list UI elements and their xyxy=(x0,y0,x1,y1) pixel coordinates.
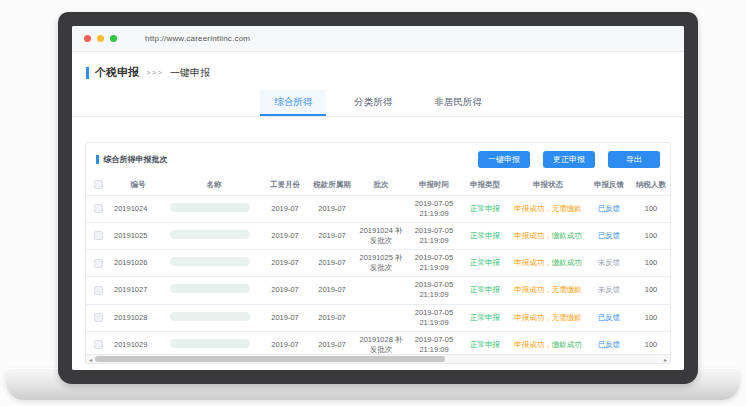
scrollbar-thumb[interactable] xyxy=(95,356,445,362)
table-body: 20191024 2019-07 2019-07 2019-07-05 21:1… xyxy=(86,195,670,364)
traffic-light-minimize-icon[interactable] xyxy=(97,35,104,42)
column-header: 名称 xyxy=(166,175,262,195)
cell-taxpayer-count: 100 xyxy=(630,195,670,222)
cell-batch: 20191024 补发批次 xyxy=(356,222,406,249)
row-checkbox[interactable] xyxy=(94,204,103,213)
cell-declare-type: 正常申报 xyxy=(462,222,508,249)
cell-batch: 20191025 补发批次 xyxy=(356,250,406,277)
page-content: 个税申报 >>> 一键申报 综合所得 分类所得 非居民所得 综合所得申报批次 xyxy=(72,52,684,370)
cell-declare-time: 2019-07-05 21:19:09 xyxy=(406,195,462,222)
cell-tax-period: 2019-07 xyxy=(308,195,356,222)
row-checkbox[interactable] xyxy=(94,259,103,268)
cell-declare-type: 正常申报 xyxy=(462,277,508,304)
column-header: 编号 xyxy=(110,175,166,195)
column-header: 申报时间 xyxy=(406,175,462,195)
cell-declare-type: 正常申报 xyxy=(462,195,508,222)
cell-declare-status: 申报成功，缴款成功 xyxy=(508,250,588,277)
tab-classified-income[interactable]: 分类所得 xyxy=(340,90,406,116)
cell-tax-period: 2019-07 xyxy=(308,222,356,249)
cell-feedback: 已反馈 xyxy=(588,304,630,331)
redacted-name-pill xyxy=(170,230,250,239)
cell-batch-id: 20191024 xyxy=(110,195,166,222)
redacted-name-pill xyxy=(170,257,250,266)
cell-declare-type: 正常申报 xyxy=(462,250,508,277)
stage: http://www.careerintlinc.com 个税申报 >>> 一键… xyxy=(0,0,746,406)
panel-accent-bar xyxy=(96,155,99,164)
browser-window: http://www.careerintlinc.com 个税申报 >>> 一键… xyxy=(72,26,684,370)
cell-declare-time: 2019-07-05 21:19:09 xyxy=(406,277,462,304)
correct-declare-button[interactable]: 更正申报 xyxy=(543,151,595,168)
column-header: 批次 xyxy=(356,175,406,195)
table-row: 20191026 2019-07 2019-07 20191025 补发批次 2… xyxy=(86,250,670,277)
browser-toolbar: http://www.careerintlinc.com xyxy=(72,26,684,52)
cell-declare-type: 正常申报 xyxy=(462,304,508,331)
redacted-name-pill xyxy=(170,284,250,293)
cell-taxpayer-count: 100 xyxy=(630,222,670,249)
column-header: 税款所属期 xyxy=(308,175,356,195)
select-all-checkbox[interactable] xyxy=(94,180,103,189)
one-click-declare-button[interactable]: 一键申报 xyxy=(478,151,530,168)
page-subtitle: 一键申报 xyxy=(170,66,210,80)
column-header: 工资月份 xyxy=(262,175,308,195)
cell-batch-id: 20191025 xyxy=(110,222,166,249)
header-checkbox-cell xyxy=(86,175,110,195)
cell-feedback: 未反馈 xyxy=(588,277,630,304)
cell-batch-id: 20191026 xyxy=(110,250,166,277)
cell-name xyxy=(166,222,262,249)
traffic-light-zoom-icon[interactable] xyxy=(110,35,117,42)
cell-declare-status: 申报成功，缴款成功 xyxy=(508,222,588,249)
title-accent-bar xyxy=(86,67,89,79)
redacted-name-pill xyxy=(170,339,250,348)
cell-batch xyxy=(356,304,406,331)
horizontal-scrollbar[interactable]: ◂ ▸ xyxy=(86,354,670,363)
cell-taxpayer-count: 100 xyxy=(630,304,670,331)
redacted-name-pill xyxy=(170,203,250,212)
cell-tax-period: 2019-07 xyxy=(308,250,356,277)
table-row: 20191025 2019-07 2019-07 20191024 补发批次 2… xyxy=(86,222,670,249)
tab-comprehensive-income[interactable]: 综合所得 xyxy=(260,90,326,116)
cell-tax-period: 2019-07 xyxy=(308,304,356,331)
row-checkbox[interactable] xyxy=(94,340,103,349)
cell-salary-month: 2019-07 xyxy=(262,250,308,277)
cell-name xyxy=(166,250,262,277)
cell-declare-time: 2019-07-05 21:19:09 xyxy=(406,304,462,331)
batch-table: 编号名称工资月份税款所属期批次申报时间申报类型申报状态申报反馈纳税人数 2019… xyxy=(86,175,670,364)
cell-declare-time: 2019-07-05 21:19:09 xyxy=(406,222,462,249)
cell-taxpayer-count: 100 xyxy=(630,250,670,277)
cell-batch-id: 20191027 xyxy=(110,277,166,304)
row-checkbox[interactable] xyxy=(94,231,103,240)
breadcrumb-separator: >>> xyxy=(146,68,163,77)
table-row: 20191027 2019-07 2019-07 2019-07-05 21:1… xyxy=(86,277,670,304)
cell-declare-status: 申报成功，无需缴款 xyxy=(508,304,588,331)
table-header-row: 编号名称工资月份税款所属期批次申报时间申报类型申报状态申报反馈纳税人数 xyxy=(86,175,670,195)
tab-bar: 综合所得 分类所得 非居民所得 xyxy=(72,90,684,117)
cell-salary-month: 2019-07 xyxy=(262,195,308,222)
row-checkbox[interactable] xyxy=(94,313,103,322)
cell-salary-month: 2019-07 xyxy=(262,304,308,331)
cell-feedback: 已反馈 xyxy=(588,222,630,249)
batch-panel: 综合所得申报批次 一键申报 更正申报 导出 xyxy=(85,142,671,364)
traffic-light-close-icon[interactable] xyxy=(84,35,91,42)
cell-tax-period: 2019-07 xyxy=(308,277,356,304)
cell-declare-status: 申报成功，无需缴款 xyxy=(508,277,588,304)
cell-feedback: 已反馈 xyxy=(588,195,630,222)
table-row: 20191024 2019-07 2019-07 2019-07-05 21:1… xyxy=(86,195,670,222)
cell-batch xyxy=(356,277,406,304)
column-header: 申报类型 xyxy=(462,175,508,195)
breadcrumb: 个税申报 >>> 一键申报 xyxy=(72,52,684,86)
url-text[interactable]: http://www.careerintlinc.com xyxy=(145,34,250,43)
redacted-name-pill xyxy=(170,312,250,321)
scrollbar-right-arrow-icon[interactable]: ▸ xyxy=(661,355,670,363)
row-checkbox[interactable] xyxy=(94,286,103,295)
cell-taxpayer-count: 100 xyxy=(630,277,670,304)
cell-feedback: 未反馈 xyxy=(588,250,630,277)
export-button[interactable]: 导出 xyxy=(608,151,660,168)
panel-header: 综合所得申报批次 一键申报 更正申报 导出 xyxy=(86,143,670,175)
cell-name xyxy=(166,277,262,304)
cell-declare-time: 2019-07-05 21:19:09 xyxy=(406,250,462,277)
tab-nonresident-income[interactable]: 非居民所得 xyxy=(420,90,496,116)
table-row: 20191028 2019-07 2019-07 2019-07-05 21:1… xyxy=(86,304,670,331)
scrollbar-left-arrow-icon[interactable]: ◂ xyxy=(86,355,95,363)
column-header: 纳税人数 xyxy=(630,175,670,195)
cell-batch-id: 20191028 xyxy=(110,304,166,331)
